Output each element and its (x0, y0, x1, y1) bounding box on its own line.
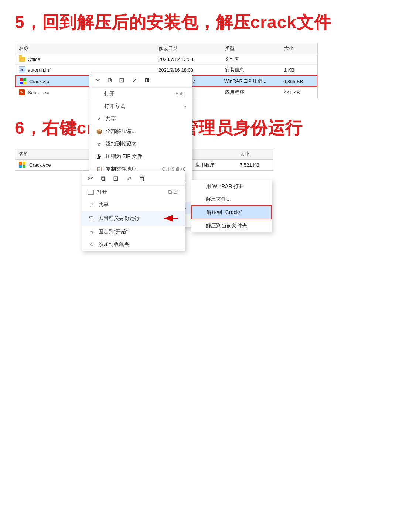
context-menu-toolbar: ✂ ⧉ ⊡ ↗ 🗑 (89, 73, 192, 88)
explorer-header-1: 名称 修改日期 类型 大小 (15, 43, 317, 54)
menu-item-2-pin[interactable]: ☆ 固定到"开始" (82, 226, 185, 238)
context-menu-2-toolbar: ✂ ⧉ ⊡ ↗ 🗑 (82, 171, 185, 186)
open-with-icon (95, 104, 101, 109)
compress-zip-icon: 🗜 (95, 154, 103, 160)
paste-icon[interactable]: ⊡ (119, 76, 125, 84)
red-arrow-indicator (160, 214, 179, 223)
folder-icon (19, 57, 25, 62)
menu-item-share[interactable]: ↗ 共享 (89, 113, 192, 125)
share-icon[interactable]: ↗ (132, 77, 137, 84)
open-icon (95, 91, 101, 96)
office-icon: W (19, 89, 25, 95)
admin-icon: 🛡 (88, 215, 95, 221)
cut-icon[interactable]: ✂ (95, 77, 100, 84)
delete-icon-2[interactable]: 🗑 (139, 175, 146, 183)
sub-winrar-icon-3 (198, 210, 204, 215)
menu-item-2-share[interactable]: ↗ 共享 (82, 198, 185, 211)
menu-item-open[interactable]: 打开 Enter (89, 88, 192, 100)
step-6-section: 6，右键crack.exe-以管理员身份运行 名称 修改日期 类型 大小 (15, 117, 384, 171)
page-container: 5，回到解压后的安装包，解压crack文件 名称 修改日期 类型 大小 Offi… (0, 0, 399, 182)
col-size: 大小 (284, 45, 314, 52)
submenu-arrow-icon: › (184, 103, 186, 109)
menu-item-2-add-fav[interactable]: ☆ 添加到收藏夹 (82, 238, 185, 251)
menu-item-extract-all[interactable]: 📦 全部解压缩... (89, 125, 192, 138)
zip-icon (20, 78, 26, 84)
explorer-panel-1: 名称 修改日期 类型 大小 Office 2023/7/12 12:08 文件夹… (15, 43, 318, 98)
copy-icon[interactable]: ⧉ (108, 77, 112, 83)
sub-winrar-icon-4 (197, 223, 203, 228)
sub-menu-item-extract-crack[interactable]: 解压到 "Crack\" (191, 205, 272, 219)
step-5-heading: 5，回到解压后的安装包，解压crack文件 (15, 11, 384, 34)
sub-winrar-icon-1 (197, 184, 203, 189)
col-size-2: 大小 (240, 151, 269, 157)
file-name-cell: INF autorun.inf (19, 66, 158, 73)
file-name-cell: Office (19, 57, 158, 62)
context-menu-2: ✂ ⧉ ⊡ ↗ 🗑 打开 Enter ↗ (82, 171, 185, 251)
menu-item-2-open[interactable]: 打开 Enter (82, 186, 185, 198)
delete-icon[interactable]: 🗑 (144, 77, 150, 83)
open-icon-2 (88, 190, 94, 195)
inf-icon: INF (19, 66, 25, 73)
share-icon-menu: ↗ (88, 202, 95, 208)
menu-item-open-with[interactable]: 打开方式 › (89, 100, 192, 113)
menu-item-compress-zip[interactable]: 🗜 压缩为 ZIP 文件 (89, 150, 192, 163)
copy-icon-2[interactable]: ⧉ (101, 175, 106, 183)
col-type: 类型 (225, 45, 284, 52)
sub-menu-item-extract[interactable]: 解压文件... (191, 193, 272, 205)
extract-all-icon: 📦 (95, 129, 103, 134)
menu-item-2-admin[interactable]: 🛡 以管理员身份运行 (82, 211, 185, 226)
star-icon: ☆ (95, 141, 103, 147)
sub-winrar-icon-2 (197, 197, 203, 202)
col-name: 名称 (19, 45, 158, 52)
share-icon-2[interactable]: ↗ (126, 174, 132, 183)
pin-icon: ☆ (88, 229, 95, 235)
col-date: 修改日期 (158, 45, 225, 52)
step-6-heading: 6，右键crack.exe-以管理员身份运行 (15, 117, 384, 140)
cut-icon-2[interactable]: ✂ (88, 174, 93, 183)
sub-context-menu: 用 WinRAR 打开 解压文件... (191, 180, 272, 232)
sub-menu-item-open-winrar[interactable]: 用 WinRAR 打开 (191, 180, 272, 193)
menu-item-add-fav[interactable]: ☆ 添加到收藏夹 (89, 138, 192, 150)
step-5-section: 5，回到解压后的安装包，解压crack文件 名称 修改日期 类型 大小 Offi… (15, 11, 384, 98)
sub-menu-item-extract-here[interactable]: 解压到当前文件夹 (191, 219, 272, 232)
share-menu-icon: ↗ (95, 116, 103, 122)
star-icon-2: ☆ (88, 242, 95, 248)
crack-exe-icon (19, 162, 25, 168)
paste-icon-2[interactable]: ⊡ (113, 174, 119, 183)
table-row[interactable]: Office 2023/7/12 12:08 文件夹 (15, 54, 317, 65)
